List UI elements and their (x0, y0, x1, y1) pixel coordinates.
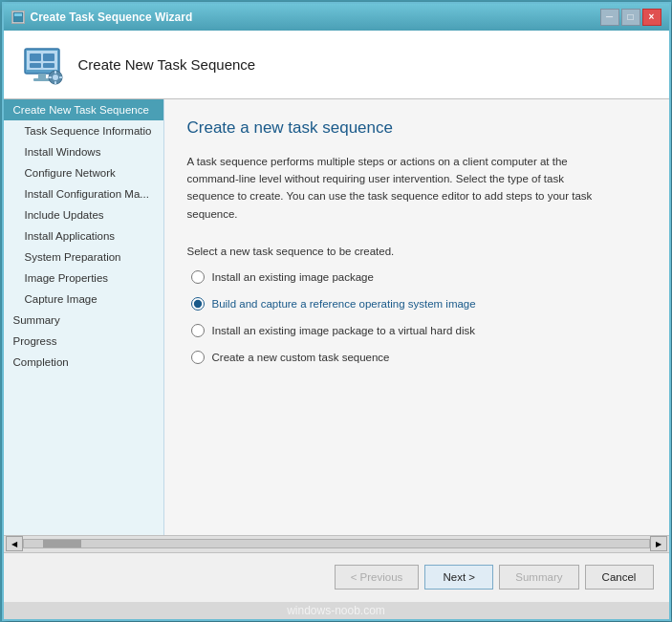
sidebar-item-summary[interactable]: Summary (4, 310, 163, 331)
radio-item-custom[interactable]: Create a new custom task sequence (191, 351, 646, 364)
radio-item-existing-image[interactable]: Install an existing image package (191, 270, 646, 284)
title-bar-left: Create Task Sequence Wizard (11, 11, 193, 24)
sidebar-item-progress[interactable]: Progress (4, 331, 163, 352)
svg-point-11 (53, 75, 58, 80)
watermark: windows-noob.com (4, 602, 669, 619)
cancel-button[interactable]: Cancel (585, 565, 654, 590)
scroll-left-button[interactable]: ◀ (6, 536, 23, 551)
main-window: Create Task Sequence Wizard ─ □ × (2, 2, 671, 621)
sidebar-item-task-sequence-info[interactable]: Task Sequence Informatio (4, 120, 163, 141)
svg-rect-4 (30, 54, 41, 61)
svg-rect-15 (59, 76, 62, 78)
header-title: Create New Task Sequence (78, 56, 256, 73)
svg-rect-1 (14, 13, 22, 16)
sidebar-item-image-properties[interactable]: Image Properties (4, 268, 163, 289)
radio-item-build-capture[interactable]: Build and capture a reference operating … (191, 297, 646, 311)
select-label: Select a new task sequence to be created… (187, 246, 646, 257)
minimize-button[interactable]: ─ (600, 9, 619, 26)
scroll-right-button[interactable]: ▶ (650, 536, 667, 551)
radio-build-capture[interactable] (191, 297, 205, 311)
svg-rect-7 (43, 63, 54, 68)
main-content: Create New Task Sequence Task Sequence I… (4, 99, 669, 535)
svg-rect-5 (43, 54, 54, 61)
radio-vhd[interactable] (191, 324, 205, 337)
radio-label-build-capture[interactable]: Build and capture a reference operating … (212, 298, 476, 310)
sidebar-item-system-preparation[interactable]: System Preparation (4, 247, 163, 268)
next-button[interactable]: Next > (424, 565, 493, 590)
scrollbar-thumb[interactable] (43, 540, 81, 547)
scrollbar-track (23, 539, 650, 548)
svg-rect-13 (54, 81, 56, 84)
scrollbar-area: ◀ ▶ (4, 535, 669, 552)
svg-rect-9 (33, 78, 51, 81)
sidebar-item-install-config-mgr[interactable]: Install Configuration Ma... (4, 183, 163, 204)
window-icon (11, 11, 25, 24)
maximize-button[interactable]: □ (621, 9, 640, 26)
window-title: Create Task Sequence Wizard (31, 11, 193, 24)
radio-label-vhd[interactable]: Install an existing image package to a v… (212, 325, 476, 336)
radio-label-custom[interactable]: Create a new custom task sequence (212, 352, 390, 363)
sidebar-item-create-new[interactable]: Create New Task Sequence (4, 99, 163, 120)
close-button[interactable]: × (642, 9, 661, 26)
content-description: A task sequence performs multiple steps … (187, 153, 598, 224)
sidebar: Create New Task Sequence Task Sequence I… (4, 99, 164, 535)
radio-existing-image[interactable] (191, 270, 205, 284)
sidebar-item-install-applications[interactable]: Install Applications (4, 225, 163, 247)
sidebar-item-configure-network[interactable]: Configure Network (4, 162, 163, 183)
radio-item-vhd[interactable]: Install an existing image package to a v… (191, 324, 646, 337)
header-icon (19, 41, 65, 87)
previous-button[interactable]: < Previous (335, 565, 420, 590)
footer: < Previous Next > Summary Cancel (4, 552, 669, 602)
radio-group: Install an existing image package Build … (191, 270, 646, 364)
sidebar-item-completion[interactable]: Completion (4, 352, 163, 373)
svg-rect-8 (38, 74, 46, 78)
svg-rect-12 (54, 71, 56, 74)
radio-label-existing-image[interactable]: Install an existing image package (212, 271, 374, 283)
sidebar-item-install-windows[interactable]: Install Windows (4, 141, 163, 162)
sidebar-item-capture-image[interactable]: Capture Image (4, 289, 163, 310)
summary-button[interactable]: Summary (499, 565, 578, 590)
title-bar-buttons: ─ □ × (600, 9, 661, 26)
content-area: Create a new task sequence A task sequen… (164, 99, 669, 535)
sidebar-item-include-updates[interactable]: Include Updates (4, 204, 163, 225)
title-bar: Create Task Sequence Wizard ─ □ × (4, 4, 669, 31)
header-bar: Create New Task Sequence (4, 31, 669, 99)
content-title: Create a new task sequence (187, 118, 646, 138)
radio-custom[interactable] (191, 351, 205, 364)
svg-rect-6 (30, 63, 41, 68)
svg-rect-14 (49, 76, 52, 78)
